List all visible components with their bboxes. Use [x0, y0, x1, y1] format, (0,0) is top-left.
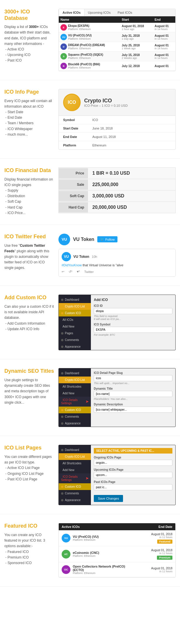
- seo-sidebar-dashboard[interactable]: Dashboard: [59, 370, 91, 377]
- lp-sidebar-dashboard[interactable]: Dashboard: [59, 447, 91, 453]
- crypto-ico-name: Crypto ICO: [84, 98, 128, 104]
- ico-tabs: Active ICOs Upcoming ICOs Past ICOs: [59, 9, 175, 16]
- lp-upcoming-input[interactable]: [94, 472, 172, 478]
- list-pages-desc: You can create different pages as per IC…: [4, 454, 54, 482]
- ico-name-info: DREAM (PreICO) (DREAM) Platform: Ethereu…: [68, 43, 105, 50]
- ico-logo: D: [60, 43, 67, 50]
- tab-upcoming-icos[interactable]: Upcoming ICOs: [84, 9, 114, 16]
- twitter-desc: Use free "Custom Twitter Feeds" plugin a…: [4, 243, 54, 271]
- seo-sidebar-crypto-list[interactable]: Crypto ICO List: [59, 377, 91, 383]
- financial-title: ICO Financial Data: [4, 167, 54, 174]
- sidebar-item-dashboard[interactable]: Dashboard: [59, 296, 91, 303]
- tweet-author-name: VU Token: [73, 255, 89, 259]
- crypto-ico-price: ICO Price – 1 ICO = 0.10 USD: [84, 104, 128, 107]
- ico-id-input[interactable]: [94, 308, 172, 314]
- admin-content-listpages: SELECT ACTIVE, UPCOMING & PAST IC... Ong…: [91, 445, 175, 505]
- ec-item-logo: eC: [62, 550, 70, 559]
- lp-arrow-icon: ➤: [86, 476, 89, 480]
- seo-sidebar-custom-ico[interactable]: Custom ICO: [59, 407, 91, 413]
- tweet-reply-icon[interactable]: ↩: [62, 270, 64, 274]
- save-changes-button[interactable]: Save Changes: [94, 495, 123, 502]
- section-database-left: 3000+ ICO Database Display a list of 300…: [4, 9, 58, 71]
- lp-sidebar-appearance[interactable]: Appearance: [59, 497, 91, 503]
- sidebar-item-all-icos[interactable]: All ICOs: [59, 316, 91, 323]
- list-pages-title: ICO List Pages: [4, 445, 54, 451]
- seo-crypto-icon: [61, 379, 63, 381]
- section-twitter: ICO Twitter Feed Use free "Custom Twitte…: [0, 225, 180, 286]
- section-custom-ico-right: Dashboard Crypto ICO List Custom ICO All…: [58, 295, 176, 350]
- lp-comments-icon: [61, 492, 63, 495]
- info-card: ICO Crypto ICO ICO Price – 1 ICO = 0.10 …: [58, 89, 176, 150]
- lp-past-input[interactable]: [94, 484, 172, 490]
- section-twitter-left: ICO Twitter Feed Use free "Custom Twitte…: [4, 234, 58, 277]
- seo-appearance-icon: [61, 422, 63, 425]
- section-seo-right: Dashboard Crypto ICO List All Shortcodes…: [58, 368, 176, 427]
- ico-start-cell: August 01, 2018 1 hour ago: [120, 23, 153, 32]
- lp-sidebar-comments[interactable]: Comments: [59, 490, 91, 497]
- lp-sidebar-ico-details[interactable]: ICO Details Settings ➤: [59, 473, 91, 483]
- featured-item-vu: VU VU (PreICO) (VU) Platform: Ethereum A…: [59, 530, 175, 546]
- ico-symbol-input[interactable]: [94, 327, 172, 333]
- vu-token-logo: VU: [58, 234, 70, 245]
- section-featured-left: Featured ICO You can create any ICO feat…: [4, 523, 58, 578]
- comments-icon: [61, 339, 63, 341]
- lp-sidebar-all-shortcodes[interactable]: All Shortcodes: [59, 460, 91, 467]
- table-row: D DREAM (PreICO) (DREAM) Platform: Ether…: [59, 42, 175, 52]
- ico-name-info: Ekspa (EKSPA) Platform: Ethereum: [68, 24, 91, 31]
- seo-title-input[interactable]: [94, 391, 172, 397]
- featured-col-name: Active ICOs: [62, 525, 80, 528]
- col-start: Start: [120, 16, 153, 23]
- financial-desc: Display financial information on ICO sin…: [4, 177, 54, 216]
- ico-logo: B: [60, 63, 67, 69]
- admin-mockup-custom: Dashboard Crypto ICO List Custom ICO All…: [58, 295, 176, 350]
- tweet-like-icon[interactable]: ♥⁵: [77, 270, 80, 274]
- seo-slug-input[interactable]: [94, 375, 172, 381]
- tab-active-icos[interactable]: Active ICOs: [59, 9, 84, 16]
- lp-ongoing-input[interactable]: [94, 460, 172, 466]
- ico-start-cell: July 31, 2018 1 Day ago: [120, 32, 153, 42]
- sidebar-item-appearance[interactable]: Appearance: [59, 343, 91, 350]
- lp-custom-ico-icon: [61, 486, 63, 488]
- ico-end-cell: August 01 in 14 hours: [153, 52, 175, 61]
- sidebar-item-add-new[interactable]: Add New: [59, 323, 91, 330]
- sidebar-item-comments[interactable]: Comments: [59, 337, 91, 343]
- financial-row-price: Price 1 BIR = 0.10 USD: [59, 168, 175, 179]
- info-row-platform: Platform Ethereum: [59, 141, 175, 149]
- section-list-pages: ICO List Pages You can create different …: [0, 436, 180, 514]
- tab-past-icos[interactable]: Past ICOs: [114, 9, 136, 16]
- lp-sidebar-custom-ico[interactable]: Custom ICO: [59, 483, 91, 490]
- tweet-author-logo: VU: [62, 252, 71, 261]
- seo-desc-input[interactable]: [94, 407, 172, 413]
- lp-sidebar-crypto-list[interactable]: Crypto ICO List: [59, 453, 91, 460]
- table-row: E Ekspa (EKSPA) Platform: Ethereum Augus…: [59, 23, 175, 32]
- tweet-retweet-icon[interactable]: ↺¹: [69, 270, 72, 274]
- lp-sidebar-add-new[interactable]: Add New: [59, 467, 91, 473]
- icos-table: Name Start End E Ekspa (EKSPA) Platform:…: [59, 16, 175, 71]
- seo-sidebar-comments[interactable]: Comments: [59, 413, 91, 420]
- sidebar-item-crypto-list[interactable]: Crypto ICO List: [59, 303, 91, 310]
- seo-sidebar-all-shortcodes[interactable]: All Shortcodes: [59, 383, 91, 390]
- ico-end-cell: August 01 in 14 hours: [153, 42, 175, 52]
- ec-premium-badge: Premium: [157, 556, 172, 560]
- crypto-ico-name-block: Crypto ICO ICO Price – 1 ICO = 0.10 USD: [84, 98, 128, 107]
- sidebar-item-custom-ico[interactable]: Custom ICO: [59, 310, 91, 316]
- seo-sidebar-ico-details[interactable]: ICO Details Settings ➤: [59, 397, 91, 407]
- seo-desc: Use plugin settings to dynamically creat…: [4, 377, 54, 405]
- featured-desc: You can create any ICO featured in your …: [4, 532, 54, 566]
- custom-ico-icon: [61, 312, 63, 314]
- ico-logo: S: [60, 53, 67, 60]
- twitter-follow-button[interactable]: 🐦 Follow: [97, 236, 118, 242]
- section-info-right: ICO Crypto ICO ICO Price – 1 ICO = 0.10 …: [58, 89, 176, 150]
- section-custom-ico: Add Custom ICO Can also your a custom IC…: [0, 286, 180, 359]
- section-database-right: Active ICOs Upcoming ICOs Past ICOs Name…: [58, 9, 176, 71]
- admin-content-custom: Add ICO ICO ID This field is required.It…: [91, 295, 175, 350]
- table-row: S Squarex (PreICO) (SQEX) Platform: Ethe…: [59, 52, 175, 61]
- seo-sidebar-add-new[interactable]: Add New: [59, 390, 91, 397]
- section-custom-ico-left: Add Custom ICO Can also your a custom IC…: [4, 295, 58, 350]
- financial-row-hardcap: Hard Cap 20,000,000 USD: [59, 202, 175, 213]
- featured-title: Featured ICO: [4, 523, 54, 529]
- sidebar-item-pages[interactable]: Pages: [59, 330, 91, 337]
- lp-field-upcoming: Upcoming ICOs Page: [94, 468, 172, 478]
- tweet-card: VU VU Token 10h #DidYouKnow that Virtual…: [58, 249, 176, 277]
- seo-sidebar-appearance[interactable]: Appearance: [59, 420, 91, 427]
